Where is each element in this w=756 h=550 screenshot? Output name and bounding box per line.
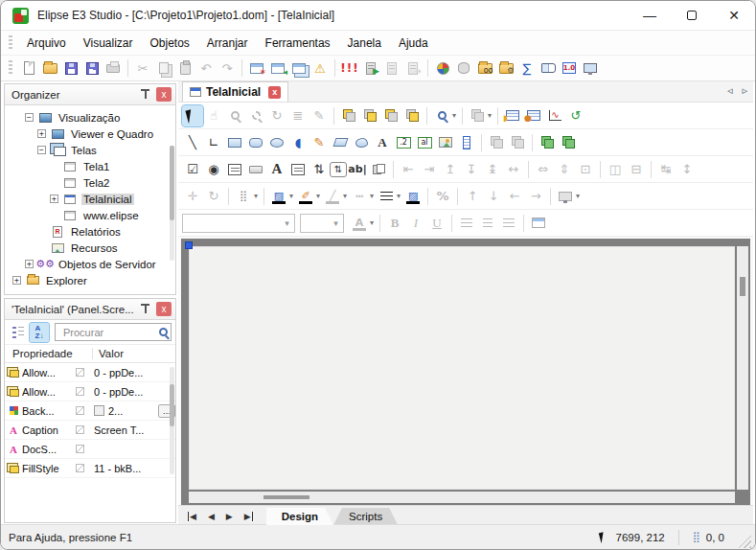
percent-fill-button[interactable]: %: [432, 186, 453, 207]
menu-arranjar[interactable]: Arranjar: [198, 34, 257, 53]
font-color-dropdown[interactable]: A▾: [349, 213, 376, 234]
fill-color-dropdown[interactable]: ▨▾: [268, 186, 295, 207]
organizer-close-button[interactable]: x: [156, 87, 172, 102]
font-size-combo[interactable]: ▾: [300, 214, 344, 233]
refresh-data-button[interactable]: ↺: [565, 105, 586, 126]
screen-canvas[interactable]: [189, 246, 735, 490]
expand-icon[interactable]: +: [50, 195, 58, 203]
group-objects-button[interactable]: [486, 132, 507, 153]
same-height-button[interactable]: ⇕: [554, 159, 575, 180]
run-application-button[interactable]: ▶: [360, 57, 381, 79]
critical-errors-button[interactable]: !!!: [339, 57, 360, 79]
rotate-button[interactable]: ↻: [203, 186, 224, 207]
tab-scripts[interactable]: Scripts: [333, 508, 398, 525]
minimize-button[interactable]: —: [629, 1, 671, 30]
tree-item-www-elipse[interactable]: www.elipse: [5, 207, 175, 223]
align-right-button[interactable]: ⇥: [419, 159, 440, 180]
categorized-view-button[interactable]: [9, 323, 28, 342]
font-name-combo[interactable]: ▾: [182, 214, 295, 233]
closed-curve-tool-button[interactable]: [351, 132, 372, 153]
rounded-rectangle-tool-button[interactable]: [245, 132, 266, 153]
property-row-docs[interactable]: ADocS...: [5, 440, 175, 459]
center-vertical-button[interactable]: ↨: [482, 159, 503, 180]
zoom-level-dropdown[interactable]: ▾: [431, 105, 458, 126]
text-tool-button[interactable]: A: [372, 132, 393, 153]
property-row-fillstyle[interactable]: FillStyle11 - bkB...: [5, 459, 175, 478]
line-color-dropdown[interactable]: ╱▾: [322, 186, 349, 207]
menubar-grip[interactable]: [9, 35, 12, 51]
bring-to-front-button[interactable]: [338, 105, 359, 126]
paste-button[interactable]: [174, 57, 195, 79]
pin-icon[interactable]: [141, 89, 149, 100]
insert-alarm-button[interactable]: ◗: [502, 105, 523, 126]
property-row-allow[interactable]: Allow...0 - ppDe...: [5, 382, 175, 401]
insert-object-button[interactable]: ✶: [246, 57, 267, 79]
insert-screen-button[interactable]: ◂: [267, 57, 288, 79]
copy-button[interactable]: [153, 57, 174, 79]
tree-item-tela1[interactable]: Tela1: [5, 158, 175, 174]
center-horizontal-button[interactable]: ↔: [503, 159, 524, 180]
arc-tool-button[interactable]: ◖: [287, 132, 309, 153]
tree-scrollbar[interactable]: [170, 146, 174, 261]
align-top-button[interactable]: ↥: [440, 159, 461, 180]
connector-tool-button[interactable]: [537, 132, 558, 153]
undo-button[interactable]: ↶: [195, 57, 217, 79]
line-style-dropdown[interactable]: ┅▾: [349, 186, 376, 207]
property-value[interactable]: Screen T...: [90, 424, 175, 436]
collapse-icon[interactable]: −: [37, 146, 46, 154]
canvas-vertical-scrollbar[interactable]: [737, 246, 748, 490]
link-indicator-icon[interactable]: [76, 406, 84, 415]
text-align-right-button[interactable]: [498, 213, 519, 234]
expand-icon[interactable]: +: [37, 129, 46, 138]
properties-close-button[interactable]: x: [156, 302, 172, 316]
space-down-button[interactable]: ↕: [676, 159, 698, 180]
fill-effects-button[interactable]: ▨: [402, 186, 424, 207]
tree-item-visualiza-o[interactable]: −Visualização: [5, 109, 175, 126]
open-project-button[interactable]: [39, 57, 60, 79]
property-value[interactable]: 0 - ppDe...: [90, 386, 175, 398]
expand-icon[interactable]: +: [25, 260, 34, 268]
nudge-up-button[interactable]: ↑: [462, 186, 483, 207]
tree-scroll-thumb[interactable]: [170, 146, 174, 220]
menu-objetos[interactable]: Objetos: [142, 34, 198, 53]
canvas-horizontal-scrollbar[interactable]: [189, 492, 735, 503]
connector-add-tool-button[interactable]: [558, 132, 579, 153]
remove-links-button[interactable]: ✎: [309, 105, 330, 126]
group-dropdown[interactable]: ▾: [467, 105, 493, 126]
property-row-caption[interactable]: ACaptionScreen T...: [5, 421, 175, 440]
menu-ajuda[interactable]: Ajuda: [390, 34, 437, 53]
tree-item-recursos[interactable]: Recursos: [5, 240, 175, 256]
search-icon[interactable]: [159, 328, 168, 336]
insert-query-button[interactable]: ●: [523, 105, 544, 126]
property-value[interactable]: 11 - bkB...: [90, 463, 175, 474]
tree-item-tela2[interactable]: Tela2: [5, 174, 175, 191]
stop-application-button[interactable]: [381, 57, 402, 79]
property-scrollbar[interactable]: [170, 367, 174, 474]
version-info-button[interactable]: 1.0: [559, 57, 580, 79]
next-tab-button[interactable]: ▶: [226, 512, 233, 521]
pin-icon[interactable]: [141, 304, 149, 314]
move-button[interactable]: ✛: [182, 186, 203, 207]
nudge-left-button[interactable]: ←: [504, 186, 525, 207]
pencil-tool-button[interactable]: ✎: [309, 132, 330, 153]
search-input[interactable]: [61, 326, 159, 339]
property-scroll-thumb[interactable]: [170, 384, 174, 426]
link-indicator-icon[interactable]: [76, 425, 84, 434]
send-to-back-button[interactable]: [359, 105, 380, 126]
center-window-vertical-button[interactable]: ⊟: [626, 159, 647, 180]
tree-item-telas[interactable]: −Telas: [5, 142, 175, 158]
link-indicator-icon[interactable]: [76, 387, 84, 396]
cut-button[interactable]: ✂: [132, 57, 153, 79]
rectangle-tool-button[interactable]: [224, 132, 245, 153]
align-left-button[interactable]: ⇤: [398, 159, 419, 180]
radio-control-button[interactable]: ◉: [203, 159, 224, 180]
bring-forward-button[interactable]: [380, 105, 401, 126]
database-button[interactable]: [453, 57, 474, 79]
tree-item-relat-rios[interactable]: RRelatórios: [5, 223, 175, 240]
property-row-allow[interactable]: Allow...0 - ppDe...: [5, 363, 175, 382]
checklist-control-button[interactable]: [224, 159, 245, 180]
listbox-control-button[interactable]: [287, 159, 309, 180]
formulas-button[interactable]: ∑: [516, 57, 538, 79]
insert-chart-button[interactable]: ∿: [544, 105, 565, 126]
grid-options-dropdown[interactable]: ⣿▾: [233, 186, 260, 207]
